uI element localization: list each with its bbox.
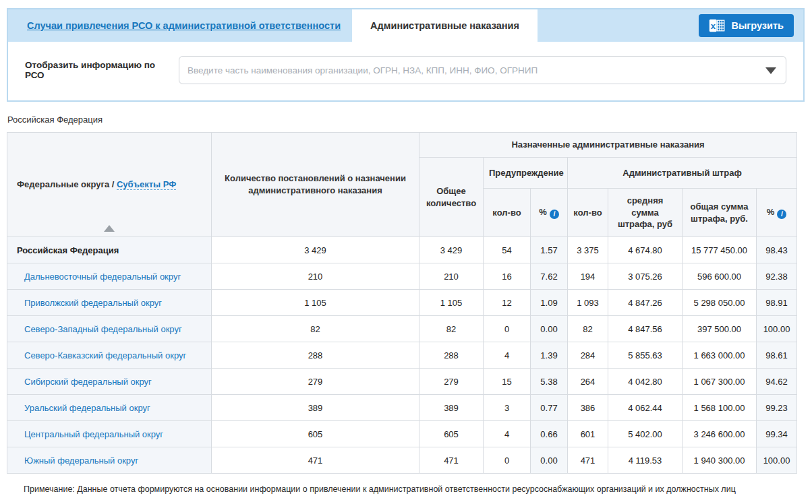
value-cell: 264 (568, 369, 608, 395)
value-cell: 16 (484, 263, 531, 290)
header-warning-count: кол-во (484, 189, 531, 237)
value-cell: 99.34 (757, 421, 797, 447)
value-cell: 1 067 300.00 (683, 369, 757, 395)
penalties-table: Федеральные округа / Субъекты РФ Количес… (7, 132, 797, 474)
info-icon[interactable] (777, 210, 786, 219)
export-button-label: Выгрузить (731, 20, 784, 31)
region-cell: Северо-Западный федеральный округ (7, 316, 212, 342)
value-cell: 3 429 (212, 237, 419, 263)
value-cell: 0.66 (531, 421, 568, 447)
value-cell: 1.09 (531, 290, 568, 316)
value-cell: 210 (419, 263, 484, 290)
value-cell: 12 (484, 290, 531, 316)
value-cell: 15 777 450.00 (683, 237, 757, 263)
value-cell: 5 855.63 (608, 342, 683, 369)
value-cell: 1 105 (212, 290, 419, 316)
value-cell: 284 (568, 342, 608, 369)
value-cell: 82 (212, 316, 419, 342)
region-cell: Центральный федеральный округ (7, 421, 212, 447)
region-link[interactable]: Северо-Западный федеральный округ (24, 324, 182, 334)
region-link[interactable]: Центральный федеральный округ (24, 429, 163, 439)
value-cell: 4 062.44 (608, 395, 683, 421)
header-warning-percent: % (531, 189, 568, 237)
region-cell: Приволжский федеральный округ (7, 290, 212, 316)
filter-panel: Случаи привлечения РСО к административно… (7, 8, 805, 102)
header-subjects-link[interactable]: Субъекты РФ (117, 179, 176, 190)
sort-asc-icon[interactable] (104, 225, 115, 232)
value-cell: 4 042.80 (608, 369, 683, 395)
value-cell: 1.39 (531, 342, 568, 369)
value-cell: 3 429 (419, 237, 484, 263)
value-cell: 0 (484, 447, 531, 474)
header-resolutions: Количество постановлений о назначении ад… (212, 133, 419, 237)
value-cell: 389 (212, 395, 419, 421)
tab-cases-link[interactable]: Случаи привлечения РСО к административно… (27, 20, 341, 31)
value-cell: 1 093 (568, 290, 608, 316)
value-cell: 605 (212, 421, 419, 447)
value-cell: 82 (419, 316, 484, 342)
table-row: Уральский федеральный округ38938930.7738… (7, 395, 797, 421)
header-group-assigned: Назначенные административные наказания (419, 133, 797, 158)
excel-icon: x (709, 19, 725, 32)
rso-filter-row: Отобразить информацию по РСО (8, 42, 803, 100)
breadcrumb: Российская Федерация (7, 115, 805, 125)
value-cell: 54 (484, 237, 531, 263)
value-cell: 1.57 (531, 237, 568, 263)
value-cell: 0.77 (531, 395, 568, 421)
value-cell: 279 (212, 369, 419, 395)
tab-penalties-active[interactable]: Административные наказания (352, 9, 538, 42)
export-button[interactable]: x Выгрузить (699, 14, 794, 37)
region-link[interactable]: Сибирский федеральный округ (24, 377, 152, 387)
region-cell: Сибирский федеральный округ (7, 369, 212, 395)
value-cell: 1 568 100.00 (683, 395, 757, 421)
value-cell: 4 847.26 (608, 290, 683, 316)
value-cell: 1 940 300.00 (683, 447, 757, 474)
percent-label: % (767, 207, 775, 217)
value-cell: 596 600.00 (683, 263, 757, 290)
table-row: Северо-Кавказский федеральный округ28828… (7, 342, 797, 369)
value-cell: 4 (484, 421, 531, 447)
region-link[interactable]: Уральский федеральный округ (24, 403, 150, 413)
rso-search-input[interactable] (179, 56, 786, 84)
value-cell: 99.23 (757, 395, 797, 421)
table-row: Северо-Западный федеральный округ828200.… (7, 316, 797, 342)
value-cell: 3 375 (568, 237, 608, 263)
value-cell: 7.62 (531, 263, 568, 290)
tab-cases[interactable]: Случаи привлечения РСО к административно… (27, 9, 341, 42)
region-link[interactable]: Южный федеральный округ (24, 455, 138, 466)
value-cell: 601 (568, 421, 608, 447)
region-link[interactable]: Дальневосточный федеральный округ (24, 272, 181, 282)
chevron-down-icon[interactable] (765, 67, 776, 74)
value-cell: 5 298 050.00 (683, 290, 757, 316)
value-cell: 0.00 (531, 447, 568, 474)
value-cell: 1 663 000.00 (683, 342, 757, 369)
rso-filter-label: Отобразить информацию по РСО (25, 60, 179, 80)
value-cell: 389 (419, 395, 484, 421)
table-row: Южный федеральный округ47147100.004714 1… (7, 447, 797, 474)
value-cell: 471 (419, 447, 484, 474)
region-link[interactable]: Приволжский федеральный округ (24, 298, 162, 308)
region-cell: Северо-Кавказский федеральный округ (7, 342, 212, 369)
percent-label: % (539, 207, 547, 217)
table-row: Сибирский федеральный округ279279155.382… (7, 369, 797, 395)
rso-combobox (179, 56, 786, 84)
value-cell: 98.61 (757, 342, 797, 369)
header-region-label: Федеральные округа / (17, 179, 117, 189)
value-cell: 471 (568, 447, 608, 474)
value-cell: 98.91 (757, 290, 797, 316)
value-cell: 92.38 (757, 263, 797, 290)
value-cell: 605 (419, 421, 484, 447)
value-cell: 397 500.00 (683, 316, 757, 342)
region-cell: Дальневосточный федеральный округ (7, 263, 212, 290)
value-cell: 98.43 (757, 237, 797, 263)
value-cell: 4 119.53 (608, 447, 683, 474)
report-note: Примечание: Данные отчета формируются на… (7, 474, 805, 503)
region-link[interactable]: Северо-Кавказский федеральный округ (24, 350, 186, 360)
info-icon[interactable] (550, 210, 559, 219)
value-cell: 3 246 600.00 (683, 421, 757, 447)
value-cell: 94.62 (757, 369, 797, 395)
value-cell: 82 (568, 316, 608, 342)
value-cell: 3 (484, 395, 531, 421)
tab-strip: Случаи привлечения РСО к административно… (8, 9, 803, 42)
value-cell: 4 674.80 (608, 237, 683, 263)
